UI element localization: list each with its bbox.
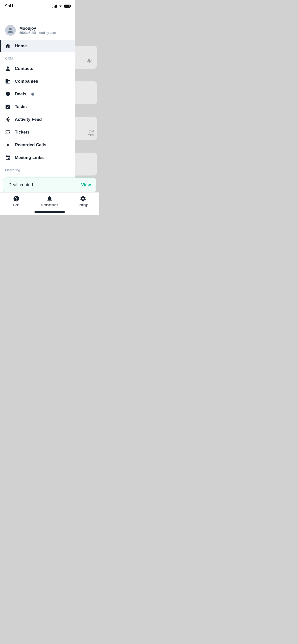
tickets-label: Tickets bbox=[15, 130, 30, 135]
battery-icon bbox=[64, 5, 70, 8]
toast-action-button[interactable]: View bbox=[81, 182, 91, 187]
meeting-links-label: Meeting Links bbox=[15, 155, 44, 160]
tasks-icon bbox=[5, 104, 11, 110]
user-info: Moodjoy 5503b5f2@moodjoy.com bbox=[19, 26, 56, 35]
sidebar-item-tasks[interactable]: Tasks bbox=[0, 100, 75, 113]
recorded-calls-label: Recorded Calls bbox=[15, 142, 46, 148]
svg-point-0 bbox=[60, 7, 61, 7]
tab-help[interactable]: Help bbox=[9, 195, 24, 207]
status-bar: 9:41 bbox=[0, 0, 75, 10]
companies-label: Companies bbox=[15, 79, 38, 84]
sidebar-item-activity-feed[interactable]: Activity Feed bbox=[0, 113, 75, 126]
sidebar-item-companies[interactable]: Companies bbox=[0, 75, 75, 88]
person-icon bbox=[7, 27, 13, 33]
tickets-icon bbox=[5, 129, 11, 135]
tasks-label: Tasks bbox=[15, 104, 27, 109]
toast-message: Deal created bbox=[8, 182, 33, 187]
signal-icon bbox=[52, 5, 57, 8]
home-indicator bbox=[34, 211, 65, 213]
tab-settings[interactable]: Settings bbox=[75, 195, 91, 207]
recorded-calls-icon bbox=[5, 142, 11, 148]
sidebar-item-meeting-links[interactable]: Meeting Links bbox=[0, 151, 75, 164]
sidebar-item-contacts[interactable]: Contacts bbox=[0, 62, 75, 75]
user-email: 5503b5f2@moodjoy.com bbox=[19, 31, 56, 35]
sidebar-item-deals[interactable]: Deals bbox=[0, 88, 75, 100]
sidebar-item-tickets[interactable]: Tickets bbox=[0, 126, 75, 139]
status-time: 9:41 bbox=[5, 4, 13, 9]
marketing-section-label: Marketing bbox=[0, 164, 75, 174]
contacts-label: Contacts bbox=[15, 66, 33, 71]
avatar bbox=[5, 25, 16, 36]
notifications-icon bbox=[46, 195, 53, 202]
help-label: Help bbox=[13, 203, 20, 207]
companies-icon bbox=[5, 79, 11, 84]
toast-notification[interactable]: Deal created View bbox=[3, 178, 96, 192]
sidebar-item-home[interactable]: Home bbox=[0, 40, 75, 52]
deals-icon bbox=[5, 91, 11, 97]
wifi-icon bbox=[59, 4, 63, 8]
notifications-label: Notifications bbox=[41, 203, 58, 207]
crm-section-label: CRM bbox=[0, 52, 75, 62]
status-icons bbox=[52, 4, 70, 8]
deals-badge bbox=[31, 93, 34, 96]
home-label: Home bbox=[15, 43, 27, 49]
help-icon bbox=[13, 195, 20, 202]
tab-notifications[interactable]: Notifications bbox=[41, 195, 58, 207]
contacts-icon bbox=[5, 66, 11, 71]
settings-label: Settings bbox=[77, 203, 88, 207]
activity-feed-icon bbox=[5, 117, 11, 122]
sidebar-item-recorded-calls[interactable]: Recorded Calls bbox=[0, 139, 75, 151]
user-name: Moodjoy bbox=[19, 26, 56, 31]
activity-feed-label: Activity Feed bbox=[15, 117, 42, 122]
home-icon bbox=[5, 43, 11, 49]
meeting-links-icon bbox=[5, 155, 11, 160]
user-profile[interactable]: Moodjoy 5503b5f2@moodjoy.com bbox=[0, 10, 75, 40]
deals-label: Deals bbox=[15, 92, 26, 97]
settings-icon bbox=[79, 195, 87, 202]
